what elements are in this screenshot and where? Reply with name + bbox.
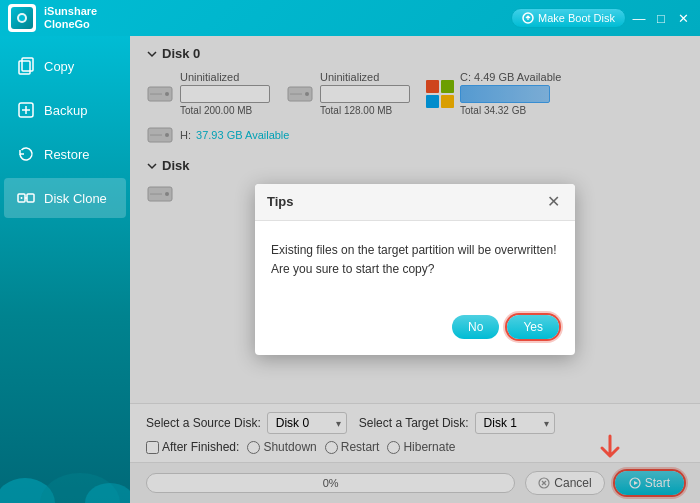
close-button[interactable]: ✕ (674, 9, 692, 27)
sidebar: Copy Backup Restore Disk Clone (0, 36, 130, 503)
sidebar-item-restore[interactable]: Restore (4, 134, 126, 174)
dialog-footer: No Yes (255, 315, 575, 355)
dialog-title: Tips (267, 194, 294, 209)
sidebar-restore-label: Restore (44, 147, 90, 162)
sidebar-disk-clone-label: Disk Clone (44, 191, 107, 206)
restore-button[interactable]: □ (652, 9, 670, 27)
backup-icon (16, 100, 36, 120)
tips-dialog: Tips ✕ Existing files on the target part… (255, 184, 575, 355)
app-title: iSunshare CloneGo (44, 5, 97, 31)
copy-icon (16, 56, 36, 76)
sidebar-item-disk-clone[interactable]: Disk Clone (4, 178, 126, 218)
svg-rect-3 (19, 61, 30, 74)
svg-rect-4 (22, 58, 33, 71)
dialog-yes-button[interactable]: Yes (507, 315, 559, 339)
content-area: Disk 0 Uninitialized Total 200 (130, 36, 700, 503)
title-bar: iSunshare CloneGo Make Boot Disk — □ ✕ (0, 0, 700, 36)
main-layout: Copy Backup Restore Disk Clone Di (0, 36, 700, 503)
dialog-header: Tips ✕ (255, 184, 575, 221)
restore-icon (16, 144, 36, 164)
dialog-message: Existing files on the target partition w… (271, 241, 559, 279)
dialog-no-button[interactable]: No (452, 315, 499, 339)
dialog-overlay: Tips ✕ Existing files on the target part… (130, 36, 700, 503)
app-logo (8, 4, 36, 32)
sidebar-backup-label: Backup (44, 103, 87, 118)
disk-clone-icon (16, 188, 36, 208)
title-bar-left: iSunshare CloneGo (8, 4, 97, 32)
sidebar-copy-label: Copy (44, 59, 74, 74)
sidebar-item-backup[interactable]: Backup (4, 90, 126, 130)
svg-rect-9 (27, 194, 34, 202)
title-bar-right: Make Boot Disk — □ ✕ (511, 8, 692, 28)
dialog-body: Existing files on the target partition w… (255, 221, 575, 315)
svg-point-11 (21, 197, 23, 199)
svg-point-1 (19, 15, 25, 21)
make-boot-button[interactable]: Make Boot Disk (511, 8, 626, 28)
minimize-button[interactable]: — (630, 9, 648, 27)
dialog-close-button[interactable]: ✕ (543, 192, 563, 212)
sidebar-item-copy[interactable]: Copy (4, 46, 126, 86)
